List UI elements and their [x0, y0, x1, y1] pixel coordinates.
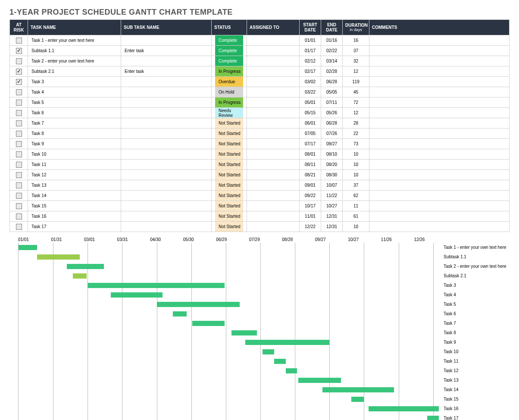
status-pill[interactable]: Needs Review — [215, 108, 243, 118]
start-date-cell[interactable]: 01/01 — [300, 35, 321, 46]
comments-cell[interactable] — [369, 66, 510, 77]
status-pill[interactable]: Not Started — [215, 129, 243, 138]
assigned-cell[interactable] — [247, 87, 300, 97]
assigned-cell[interactable] — [247, 46, 300, 56]
assigned-cell[interactable] — [247, 201, 300, 211]
start-date-cell[interactable]: 08/01 — [300, 149, 321, 160]
end-date-cell[interactable]: 06/28 — [321, 77, 343, 87]
status-pill[interactable]: Not Started — [215, 170, 243, 180]
risk-checkbox[interactable] — [16, 89, 22, 95]
status-pill[interactable]: Not Started — [215, 139, 243, 149]
task-name-cell[interactable]: Task 15 — [28, 201, 121, 211]
start-date-cell[interactable]: 03/02 — [300, 77, 321, 87]
subtask-name-cell[interactable] — [121, 77, 212, 87]
subtask-name-cell[interactable] — [121, 180, 212, 191]
task-name-cell[interactable]: Task 1 - enter your own text here — [28, 35, 121, 46]
status-pill[interactable]: Not Started — [215, 222, 243, 232]
task-name-cell[interactable]: Subtask 1.1 — [28, 46, 121, 56]
comments-cell[interactable] — [369, 139, 510, 149]
comments-cell[interactable] — [369, 201, 510, 211]
subtask-name-cell[interactable] — [121, 191, 212, 201]
start-date-cell[interactable]: 09/22 — [300, 191, 321, 201]
end-date-cell[interactable]: 08/30 — [321, 170, 343, 180]
end-date-cell[interactable]: 05/26 — [321, 108, 343, 118]
status-pill[interactable]: Complete — [215, 46, 243, 56]
subtask-name-cell[interactable] — [121, 211, 212, 222]
status-pill[interactable]: Not Started — [215, 180, 243, 190]
start-date-cell[interactable]: 06/01 — [300, 118, 321, 129]
end-date-cell[interactable]: 12/31 — [321, 222, 343, 232]
task-name-cell[interactable]: Task 11 — [28, 160, 121, 170]
start-date-cell[interactable]: 02/12 — [300, 56, 321, 66]
subtask-name-cell[interactable] — [121, 87, 212, 97]
comments-cell[interactable] — [369, 191, 510, 201]
risk-checkbox[interactable] — [16, 131, 22, 137]
task-name-cell[interactable]: Task 9 — [28, 139, 121, 149]
task-name-cell[interactable]: Task 14 — [28, 191, 121, 201]
status-pill[interactable]: In Progress — [215, 97, 243, 107]
end-date-cell[interactable]: 07/26 — [321, 129, 343, 139]
end-date-cell[interactable]: 12/31 — [321, 211, 343, 222]
assigned-cell[interactable] — [247, 56, 300, 66]
start-date-cell[interactable]: 12/22 — [300, 222, 321, 232]
start-date-cell[interactable]: 01/17 — [300, 46, 321, 56]
comments-cell[interactable] — [369, 87, 510, 97]
comments-cell[interactable] — [369, 149, 510, 160]
comments-cell[interactable] — [369, 108, 510, 118]
risk-checkbox[interactable] — [16, 141, 22, 147]
assigned-cell[interactable] — [247, 211, 300, 222]
risk-checkbox[interactable] — [16, 193, 22, 199]
status-pill[interactable]: In Progress — [215, 66, 243, 76]
status-pill[interactable]: Not Started — [215, 149, 243, 159]
comments-cell[interactable] — [369, 160, 510, 170]
risk-checkbox[interactable] — [16, 151, 22, 157]
status-pill[interactable]: Not Started — [215, 211, 243, 221]
start-date-cell[interactable]: 05/15 — [300, 108, 321, 118]
task-name-cell[interactable]: Task 10 — [28, 149, 121, 160]
risk-checkbox[interactable] — [16, 100, 22, 106]
task-name-cell[interactable]: Task 13 — [28, 180, 121, 191]
subtask-name-cell[interactable] — [121, 139, 212, 149]
start-date-cell[interactable]: 07/17 — [300, 139, 321, 149]
risk-checkbox[interactable] — [16, 162, 22, 168]
assigned-cell[interactable] — [247, 180, 300, 191]
status-pill[interactable]: On Hold — [215, 87, 243, 97]
assigned-cell[interactable] — [247, 35, 300, 46]
assigned-cell[interactable] — [247, 118, 300, 129]
end-date-cell[interactable]: 09/27 — [321, 139, 343, 149]
task-name-cell[interactable]: Subtask 2.1 — [28, 66, 121, 77]
risk-checkbox[interactable] — [16, 182, 22, 188]
task-name-cell[interactable]: Task 4 — [28, 87, 121, 97]
risk-checkbox[interactable] — [16, 203, 22, 209]
risk-checkbox[interactable] — [16, 69, 22, 75]
assigned-cell[interactable] — [247, 191, 300, 201]
comments-cell[interactable] — [369, 77, 510, 87]
end-date-cell[interactable]: 10/07 — [321, 180, 343, 191]
risk-checkbox[interactable] — [16, 110, 22, 116]
subtask-name-cell[interactable] — [121, 170, 212, 180]
risk-checkbox[interactable] — [16, 120, 22, 126]
assigned-cell[interactable] — [247, 77, 300, 87]
comments-cell[interactable] — [369, 97, 510, 108]
risk-checkbox[interactable] — [16, 58, 22, 64]
status-pill[interactable]: Not Started — [215, 118, 243, 128]
task-name-cell[interactable]: Task 2 - enter your own text here — [28, 56, 121, 66]
subtask-name-cell[interactable] — [121, 35, 212, 46]
status-pill[interactable]: Not Started — [215, 191, 243, 201]
start-date-cell[interactable]: 11/01 — [300, 211, 321, 222]
status-pill[interactable]: Not Started — [215, 160, 243, 169]
comments-cell[interactable] — [369, 170, 510, 180]
status-pill[interactable]: Not Started — [215, 201, 243, 211]
risk-checkbox[interactable] — [16, 48, 22, 54]
comments-cell[interactable] — [369, 118, 510, 129]
subtask-name-cell[interactable] — [121, 129, 212, 139]
task-name-cell[interactable]: Task 6 — [28, 108, 121, 118]
status-pill[interactable]: Complete — [215, 35, 243, 45]
comments-cell[interactable] — [369, 35, 510, 46]
assigned-cell[interactable] — [247, 149, 300, 160]
end-date-cell[interactable]: 01/16 — [321, 35, 343, 46]
assigned-cell[interactable] — [247, 222, 300, 232]
subtask-name-cell[interactable]: Enter task — [121, 66, 212, 77]
comments-cell[interactable] — [369, 180, 510, 191]
subtask-name-cell[interactable] — [121, 56, 212, 66]
